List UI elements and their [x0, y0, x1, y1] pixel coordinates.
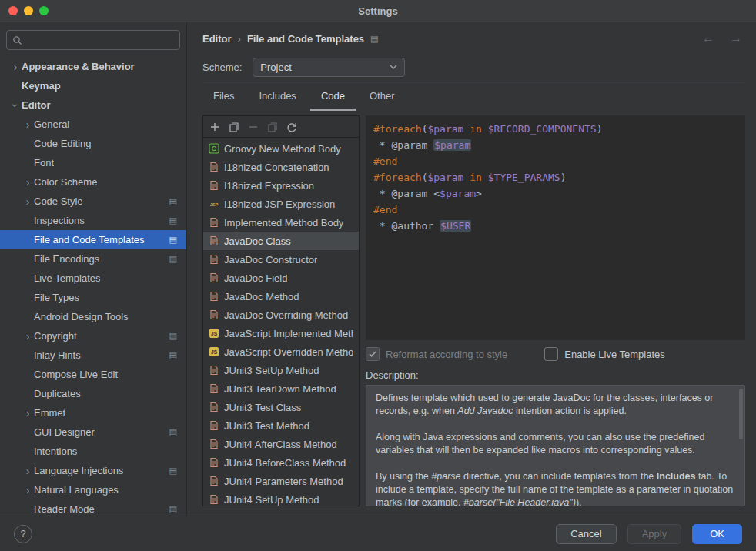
sidebar-item-code-editing[interactable]: Code Editing — [0, 134, 186, 153]
sidebar-item-label: General — [34, 119, 69, 130]
sidebar-item-natural-languages[interactable]: ›Natural Languages — [0, 480, 186, 499]
template-item-javadoc-field[interactable]: JavaDoc Field — [203, 269, 359, 287]
template-item-javadoc-method[interactable]: JavaDoc Method — [203, 287, 359, 306]
template-item-junit4-afterclass-method[interactable]: JUnit4 AfterClass Method — [203, 435, 359, 453]
tab-code[interactable]: Code — [310, 83, 356, 111]
cancel-button[interactable]: Cancel — [556, 524, 616, 544]
template-item-javadoc-constructor[interactable]: JavaDoc Constructor — [203, 250, 359, 269]
chevron-right-icon[interactable]: › — [22, 408, 34, 419]
code-line: * @author $USER — [373, 218, 738, 234]
template-list-panel: GGroovy New Method BodyI18nized Concaten… — [202, 115, 360, 506]
template-item-javascript-overridden-method[interactable]: JSJavaScript Overridden Method — [203, 342, 359, 361]
tpl-file-icon — [209, 162, 219, 172]
description-scrollbar[interactable] — [739, 389, 743, 439]
chevron-down-icon[interactable]: › — [10, 99, 21, 112]
settings-search-field[interactable] — [6, 30, 180, 50]
tpl-file-icon — [209, 494, 219, 505]
settings-tree: ›Appearance & BehaviorKeymap›Editor›Gene… — [0, 57, 186, 516]
sidebar-item-color-scheme[interactable]: ›Color Scheme — [0, 172, 186, 192]
template-item-javadoc-class[interactable]: JavaDoc Class — [203, 232, 359, 250]
tab-other[interactable]: Other — [359, 83, 406, 111]
sidebar-item-compose-live-edit[interactable]: Compose Live Edit — [0, 365, 186, 384]
sidebar-item-file-and-code-templates[interactable]: File and Code Templates▤ — [0, 230, 186, 249]
scheme-select[interactable]: Project — [253, 58, 405, 77]
description-paragraph: Along with Java expressions and comments… — [376, 431, 734, 457]
sidebar-item-duplicates[interactable]: Duplicates — [0, 384, 186, 403]
template-item-implemented-method-body[interactable]: Implemented Method Body — [203, 213, 359, 232]
sidebar-item-file-encodings[interactable]: File Encodings▤ — [0, 249, 186, 269]
add-template-button[interactable] — [206, 119, 223, 135]
template-item-javascript-implemented-method[interactable]: JSJavaScript Implemented Method — [203, 324, 359, 342]
template-item-javadoc-overriding-method[interactable]: JavaDoc Overriding Method — [203, 306, 359, 324]
sidebar-item-intentions[interactable]: Intentions — [0, 442, 186, 461]
sidebar-item-label: Inspections — [34, 215, 85, 226]
template-item-junit4-beforeclass-method[interactable]: JUnit4 BeforeClass Method — [203, 453, 359, 472]
chevron-right-icon[interactable]: › — [22, 331, 34, 342]
template-list: GGroovy New Method BodyI18nized Concaten… — [203, 138, 359, 506]
sidebar-item-gui-designer[interactable]: GUI Designer▤ — [0, 422, 186, 442]
template-item-junit4-setup-method[interactable]: JUnit4 SetUp Method — [203, 490, 359, 506]
duplicate-template-button[interactable] — [264, 119, 281, 135]
template-item-junit3-test-class[interactable]: JUnit3 Test Class — [203, 398, 359, 416]
per-project-settings-icon: ▤ — [169, 466, 177, 476]
help-button[interactable]: ? — [14, 525, 32, 543]
chevron-right-icon[interactable]: › — [22, 119, 34, 130]
template-item-label: JUnit3 SetUp Method — [224, 365, 319, 376]
chevron-right-icon[interactable]: › — [9, 62, 22, 72]
sidebar-item-font[interactable]: Font — [0, 153, 186, 172]
remove-icon — [247, 121, 259, 133]
chevron-right-icon[interactable]: › — [22, 177, 34, 188]
sidebar-item-live-templates[interactable]: Live Templates — [0, 269, 186, 288]
ok-button[interactable]: OK — [692, 524, 742, 544]
sidebar-item-label: File Types — [34, 292, 79, 303]
minimize-window-button[interactable] — [24, 6, 33, 15]
reset-to-default-button[interactable] — [283, 119, 300, 135]
chevron-right-icon[interactable]: › — [22, 196, 34, 207]
live-templates-checkbox[interactable] — [544, 347, 558, 361]
tab-includes[interactable]: Includes — [248, 83, 306, 111]
sidebar-item-inspections[interactable]: Inspections▤ — [0, 211, 186, 230]
chevron-right-icon[interactable]: › — [22, 466, 34, 476]
sidebar-item-emmet[interactable]: ›Emmet — [0, 403, 186, 422]
create-child-template-button[interactable] — [226, 119, 243, 135]
forward-button[interactable]: → — [730, 32, 742, 45]
template-item-junit3-test-method[interactable]: JUnit3 Test Method — [203, 416, 359, 435]
sidebar-item-copyright[interactable]: ›Copyright▤ — [0, 326, 186, 346]
tpl-file-icon — [209, 402, 219, 412]
sidebar-item-label: Emmet — [34, 407, 65, 419]
back-button[interactable]: ← — [702, 32, 714, 45]
sidebar-item-editor[interactable]: ›Editor — [0, 95, 186, 115]
breadcrumb-editor[interactable]: Editor — [202, 33, 232, 45]
apply-button[interactable]: Apply — [627, 524, 682, 544]
sidebar-item-code-style[interactable]: ›Code Style▤ — [0, 192, 186, 211]
scheme-label: Scheme: — [202, 62, 242, 73]
template-item-groovy-new-method-body[interactable]: GGroovy New Method Body — [203, 139, 359, 158]
breadcrumb-page: File and Code Templates — [247, 33, 364, 45]
search-input[interactable] — [26, 34, 174, 47]
sidebar-item-file-types[interactable]: File Types — [0, 288, 186, 307]
template-item-junit4-parameters-method[interactable]: JUnit4 Parameters Method — [203, 472, 359, 490]
tpl-file-icon — [209, 309, 219, 320]
sidebar-item-inlay-hints[interactable]: Inlay Hints▤ — [0, 346, 186, 365]
reformat-checkbox[interactable] — [366, 347, 380, 361]
sidebar-item-label: Appearance & Behavior — [22, 61, 135, 72]
template-item-i18nized-expression[interactable]: I18nized Expression — [203, 176, 359, 195]
template-item-i18nized-concatenation[interactable]: I18nized Concatenation — [203, 158, 359, 176]
sidebar-item-appearance-behavior[interactable]: ›Appearance & Behavior — [0, 57, 186, 76]
remove-template-button[interactable] — [245, 119, 262, 135]
template-editor[interactable]: #foreach($param in $RECORD_COMPONENTS) *… — [366, 115, 745, 340]
tpl-file-icon — [209, 420, 219, 431]
close-window-button[interactable] — [8, 6, 18, 15]
template-item-label: JUnit4 Parameters Method — [224, 476, 343, 487]
template-item-i18nized-jsp-expression[interactable]: JSPI18nized JSP Expression — [203, 195, 359, 213]
sidebar-item-android-design-tools[interactable]: Android Design Tools — [0, 307, 186, 326]
zoom-window-button[interactable] — [39, 6, 49, 15]
template-item-junit3-setup-method[interactable]: JUnit3 SetUp Method — [203, 361, 359, 379]
chevron-right-icon[interactable]: › — [22, 485, 34, 496]
sidebar-item-general[interactable]: ›General — [0, 115, 186, 134]
sidebar-item-keymap[interactable]: Keymap — [0, 76, 186, 95]
template-item-junit3-teardown-method[interactable]: JUnit3 TearDown Method — [203, 379, 359, 398]
tab-files[interactable]: Files — [202, 83, 245, 111]
sidebar-item-reader-mode[interactable]: Reader Mode▤ — [0, 499, 186, 516]
sidebar-item-language-injections[interactable]: ›Language Injections▤ — [0, 461, 186, 480]
